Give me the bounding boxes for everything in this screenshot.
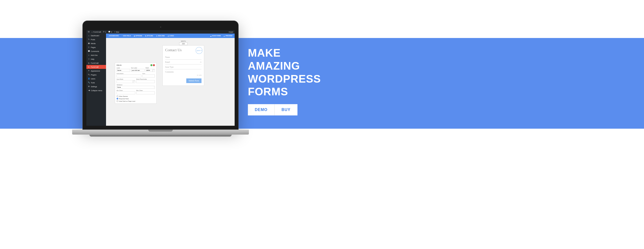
sidebar-item-appearance[interactable]: ✦Appearance: [86, 69, 106, 73]
pin-icon: ✎: [88, 38, 90, 40]
save-icon: ☁: [210, 35, 212, 37]
form-issue-field[interactable]: Issue Type˅: [165, 64, 202, 69]
wp-updates[interactable]: ⟳ 1: [103, 31, 106, 33]
maskplaceholder-input[interactable]: [136, 80, 155, 83]
wp-user-menu[interactable]: Howd: [229, 31, 233, 33]
validation-select[interactable]: None˅: [116, 86, 155, 89]
laptop-base: [72, 130, 249, 135]
sublabel-label: Sub Label: [131, 67, 144, 69]
required-field-option[interactable]: Required Field: [116, 98, 155, 99]
wp-new-link[interactable]: + New: [114, 31, 119, 33]
toolbar-preview[interactable]: ▭PREVIEW: [222, 34, 234, 37]
form-canvas: WIDTH 330 FIELD1 Label: [106, 38, 235, 126]
char-counter: 0 / 100: [165, 74, 202, 76]
sidebar-item-tools[interactable]: 🔧Tools: [86, 81, 106, 85]
minchars-label: Min Chars: [116, 90, 135, 91]
sidebar-item-plugins[interactable]: 🔌Plugins: [86, 73, 106, 77]
toolbar-save[interactable]: ☁SAVE FORM: [209, 34, 222, 37]
email-stamp-icon: EMAIL M: [195, 47, 203, 54]
sidebar-item-comments[interactable]: 💬Comments: [86, 49, 106, 53]
form-preview-panel: EMAIL M Contact Us Name Email✉ Issue Typ…: [162, 45, 204, 86]
sidebar-item-media[interactable]: ▦Media: [86, 41, 106, 45]
submit-form-button[interactable]: Submit Form: [186, 78, 202, 83]
sidebar-item-formcraft[interactable]: fcFormCraft: [86, 61, 106, 65]
sidebar-item-dashboard[interactable]: ⌂Dashboard: [86, 33, 106, 37]
formcraft-icon: fc: [88, 66, 90, 68]
form-name-field[interactable]: Name: [165, 55, 202, 59]
laptop-foot: [89, 135, 232, 137]
laptop-screen: ⓦ ⌂ FormCraft ⟳ 1 💬 0 + New Howd ⌂Dashbo…: [86, 30, 235, 126]
label-input[interactable]: [116, 69, 130, 72]
maxchars-input[interactable]: [136, 91, 155, 94]
form-email-field[interactable]: Email✉: [165, 59, 202, 64]
pencil-icon: ✎: [145, 35, 146, 37]
sidebar-item-settings[interactable]: ⚙Settings: [86, 85, 106, 88]
width-help-icon[interactable]: ?: [153, 69, 155, 72]
field-editor-panel: FIELD1 Label Sub Label Width?: [115, 62, 156, 104]
wp-main-content: ‹DASHBOARD ˅ADD FIELD ⚙OPTIONS ✎STYLING …: [106, 33, 235, 126]
sidebar-item-posts[interactable]: ✎Posts: [86, 37, 106, 41]
wp-comments-count[interactable]: 💬 0: [108, 31, 112, 33]
chevron-down-icon: ˅: [201, 66, 202, 68]
width-label: Width: [146, 67, 155, 69]
sublabel-input[interactable]: [131, 69, 144, 72]
sliders-icon: ⚙: [134, 35, 135, 37]
icon-input[interactable]: [142, 74, 155, 77]
buy-button[interactable]: BUY: [275, 104, 298, 115]
chevron-down-icon: ˅: [154, 86, 154, 88]
laptop-mockup: ⓦ ⌂ FormCraft ⟳ 1 💬 0 + New Howd ⌂Dashbo…: [82, 20, 238, 137]
sidebar-item-pages[interactable]: ▯Pages: [86, 45, 106, 49]
icon-label: Icon:: [142, 73, 155, 74]
hide-on-load-option[interactable]: Hide Field on Page Load: [116, 100, 155, 102]
maxchars-label: Max Chars: [136, 90, 155, 91]
toolbar-logic[interactable]: ⤭LOGIC: [166, 34, 175, 37]
user-icon: 👤: [88, 78, 90, 80]
minchars-input[interactable]: [116, 91, 135, 94]
formcraft-icon: fc: [88, 62, 90, 64]
label-label: Label: [116, 67, 130, 69]
inputmask-label: Input Mask: [116, 78, 135, 80]
inputmask-input[interactable]: [116, 80, 133, 83]
sidebar-collapse[interactable]: ◀Collapse menu: [86, 88, 106, 92]
wp-admin-sidebar: ⌂Dashboard ✎Posts ▦Media ▯Pages 💬Comment…: [86, 33, 106, 126]
instructions-input[interactable]: [116, 74, 141, 77]
sidebar-item-help[interactable]: ?Help: [86, 57, 106, 61]
chevron-left-icon: ‹: [108, 35, 109, 36]
toolbar-options[interactable]: ⚙OPTIONS: [132, 34, 143, 37]
toolbar-add-field[interactable]: ˅ADD FIELD: [120, 34, 132, 37]
instructions-label: Instructions: [116, 73, 141, 74]
puzzle-icon: ✦: [156, 35, 157, 37]
validation-label: Validation: [116, 84, 155, 85]
sidebar-item-users[interactable]: 👤Users: [86, 77, 106, 81]
demo-button[interactable]: DEMO: [248, 104, 275, 115]
maskplaceholder-label: Mask Placeholder: [136, 78, 155, 80]
field-confirm-icon[interactable]: [150, 64, 152, 66]
form-comments-field[interactable]: Comments: [165, 69, 202, 74]
sidebar-item-formcraft-active[interactable]: fcFormCraft: [86, 65, 106, 69]
wp-logo-icon[interactable]: ⓦ: [88, 31, 90, 33]
help-icon: ?: [88, 58, 90, 60]
field-panel-title: FIELD1: [116, 64, 122, 66]
wp-admin-bar: ⓦ ⌂ FormCraft ⟳ 1 💬 0 + New Howd: [86, 30, 235, 33]
allow-spaces-option[interactable]: Allow Spaces: [116, 95, 155, 97]
laptop-camera: [160, 26, 161, 28]
plugin-icon: 🔌: [88, 74, 90, 76]
width-value-input[interactable]: 330: [179, 42, 188, 45]
media-icon: ▦: [88, 42, 90, 44]
envelope-icon: ✉: [200, 61, 202, 63]
width-input[interactable]: [146, 69, 153, 72]
shuffle-icon: ⤭: [168, 35, 169, 37]
toolbar-dashboard[interactable]: ‹DASHBOARD: [107, 34, 120, 37]
width-indicator: WIDTH 330: [162, 40, 204, 45]
tools-icon: 🔧: [88, 82, 90, 84]
toolbar-styling[interactable]: ✎STYLING: [144, 34, 154, 37]
wp-site-link[interactable]: ⌂ FormCraft: [92, 31, 101, 33]
collapse-icon: ◀: [88, 89, 90, 91]
hero-section: MAKE AMAZING WORDPRESS FORMS DEMO BUY: [248, 46, 321, 115]
formcraft-toolbar: ‹DASHBOARD ˅ADD FIELD ⚙OPTIONS ✎STYLING …: [106, 33, 235, 38]
inputmask-help-icon[interactable]: ?: [133, 80, 135, 83]
settings-icon: ⚙: [88, 85, 90, 87]
sidebar-item-addons[interactable]: +Add-Ons: [86, 53, 106, 57]
toolbar-addons[interactable]: ✦ADD-ONS: [155, 34, 166, 37]
field-delete-icon[interactable]: [153, 64, 155, 66]
